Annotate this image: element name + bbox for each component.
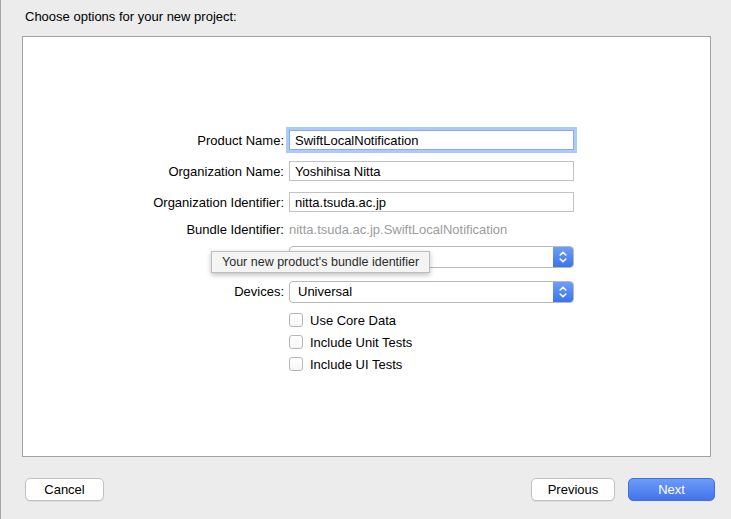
previous-button[interactable]: Previous <box>531 478 615 501</box>
organization-name-label: Organization Name: <box>61 164 284 179</box>
include-unit-tests-option[interactable]: Include Unit Tests <box>289 334 412 350</box>
cancel-button[interactable]: Cancel <box>25 478 104 501</box>
include-ui-tests-checkbox[interactable] <box>289 357 303 371</box>
organization-identifier-label: Organization Identifier: <box>61 195 284 210</box>
chevron-up-down-icon <box>553 247 573 267</box>
use-core-data-option[interactable]: Use Core Data <box>289 312 396 328</box>
use-core-data-checkbox[interactable] <box>289 313 303 327</box>
product-name-input[interactable] <box>289 130 574 150</box>
include-unit-tests-checkbox[interactable] <box>289 335 303 349</box>
product-name-label: Product Name: <box>61 133 284 148</box>
next-button[interactable]: Next <box>628 478 715 501</box>
devices-select[interactable]: Universal <box>289 281 574 303</box>
organization-name-input[interactable] <box>289 161 574 181</box>
new-project-options-sheet: Choose options for your new project: Pro… <box>0 0 731 519</box>
organization-identifier-input[interactable] <box>289 192 574 212</box>
include-unit-tests-label: Include Unit Tests <box>310 335 412 350</box>
bundle-identifier-label: Bundle Identifier: <box>61 222 284 237</box>
include-ui-tests-option[interactable]: Include UI Tests <box>289 356 402 372</box>
include-ui-tests-label: Include UI Tests <box>310 357 402 372</box>
devices-select-value: Universal <box>298 284 352 299</box>
sheet-title: Choose options for your new project: <box>25 9 237 24</box>
tooltip: Your new product's bundle identifier <box>211 251 430 273</box>
chevron-up-down-icon <box>553 282 573 302</box>
devices-label: Devices: <box>61 284 284 299</box>
bundle-identifier-value: nitta.tsuda.ac.jp.SwiftLocalNotification <box>289 222 507 237</box>
use-core-data-label: Use Core Data <box>310 313 396 328</box>
